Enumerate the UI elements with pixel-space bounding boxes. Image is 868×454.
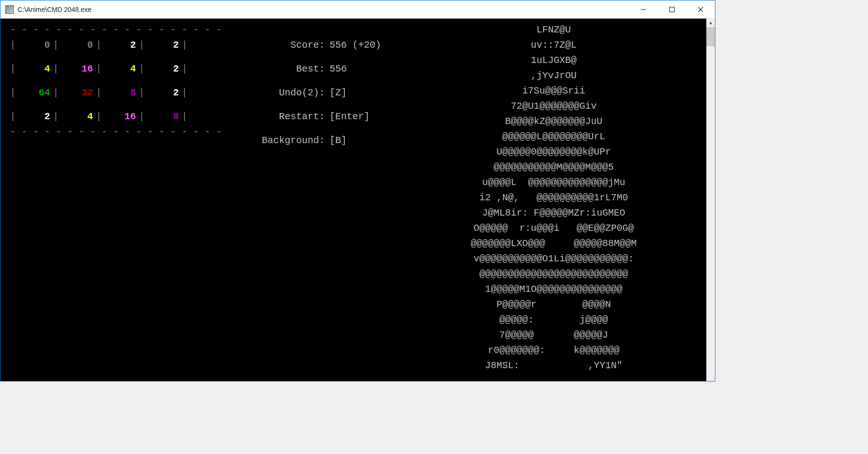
- background-row: Background: [B]: [239, 133, 411, 148]
- cell-2-3: 2|: [145, 85, 187, 101]
- window-controls: [629, 0, 715, 18]
- cell-0-0: 0|: [16, 38, 59, 53]
- game-grid-region: - - - - - - - - - - - - - - - - - - - | …: [10, 22, 239, 377]
- minimize-button[interactable]: [629, 0, 658, 18]
- ascii-art-region: LFNZ@U uv::7Z@L 1uLJGXB@ ,jYvJrOU i7Su@@…: [411, 22, 697, 377]
- undo-row: Undo(2): [Z]: [239, 85, 411, 101]
- info-region: Score: 556 (+20) Best: 556 Undo(2): [Z] …: [239, 22, 411, 377]
- console-content: - - - - - - - - - - - - - - - - - - - | …: [0, 19, 706, 381]
- cell-3-2: 16|: [102, 109, 145, 124]
- restart-row: Restart: [Enter]: [239, 109, 411, 124]
- scroll-up-icon[interactable]: ▲: [706, 19, 715, 27]
- restart-label: Restart:: [239, 109, 325, 124]
- best-label: Best:: [239, 62, 325, 77]
- svg-rect-1: [670, 7, 674, 12]
- undo-key: [Z]: [325, 85, 347, 101]
- grid-row-3: | 2| 4| 16| 8|: [10, 109, 239, 124]
- cell-3-1: 4|: [59, 109, 102, 124]
- cell-1-1: 16|: [59, 62, 102, 77]
- app-icon: [5, 5, 14, 14]
- scroll-thumb[interactable]: [706, 27, 715, 46]
- console-body: - - - - - - - - - - - - - - - - - - - | …: [0, 19, 715, 381]
- cell-0-2: 2|: [102, 38, 145, 53]
- background-label: Background:: [239, 133, 325, 148]
- maximize-button[interactable]: [658, 0, 686, 18]
- restart-key: [Enter]: [325, 109, 370, 124]
- cell-2-2: 8|: [102, 85, 145, 101]
- undo-label: Undo(2):: [239, 85, 325, 101]
- cell-3-0: 2|: [16, 109, 59, 124]
- window-title: C:\Anime\CMD 2048.exe: [18, 6, 92, 13]
- cell-2-1: 32|: [59, 85, 102, 101]
- close-button[interactable]: [686, 0, 715, 18]
- cell-1-2: 4|: [102, 62, 145, 77]
- window-frame: C:\Anime\CMD 2048.exe - - - - - - - - - …: [0, 0, 715, 382]
- score-value: 556 (+20): [325, 38, 381, 53]
- score-label: Score:: [239, 38, 325, 53]
- grid-row-0: | 0| 0| 2| 2|: [10, 38, 239, 53]
- cell-0-1: 0|: [59, 38, 102, 53]
- best-row: Best: 556: [239, 62, 411, 77]
- cell-2-0: 64|: [16, 85, 59, 101]
- grid-top-border: - - - - - - - - - - - - - - - - - - -: [10, 22, 239, 38]
- title-left: C:\Anime\CMD 2048.exe: [0, 5, 92, 14]
- cell-1-3: 2|: [145, 62, 187, 77]
- cell-3-3: 8|: [145, 109, 187, 124]
- grid-bottom-border: - - - - - - - - - - - - - - - - - - -: [10, 124, 239, 140]
- cell-0-3: 2|: [145, 38, 187, 53]
- scrollbar[interactable]: ▲: [706, 19, 715, 381]
- grid-row-1: | 4| 16| 4| 2|: [10, 62, 239, 77]
- grid-row-2: | 64| 32| 8| 2|: [10, 85, 239, 101]
- best-value: 556: [325, 62, 347, 77]
- titlebar[interactable]: C:\Anime\CMD 2048.exe: [0, 0, 715, 19]
- cell-1-0: 4|: [16, 62, 59, 77]
- score-row: Score: 556 (+20): [239, 38, 411, 53]
- background-key: [B]: [325, 133, 347, 148]
